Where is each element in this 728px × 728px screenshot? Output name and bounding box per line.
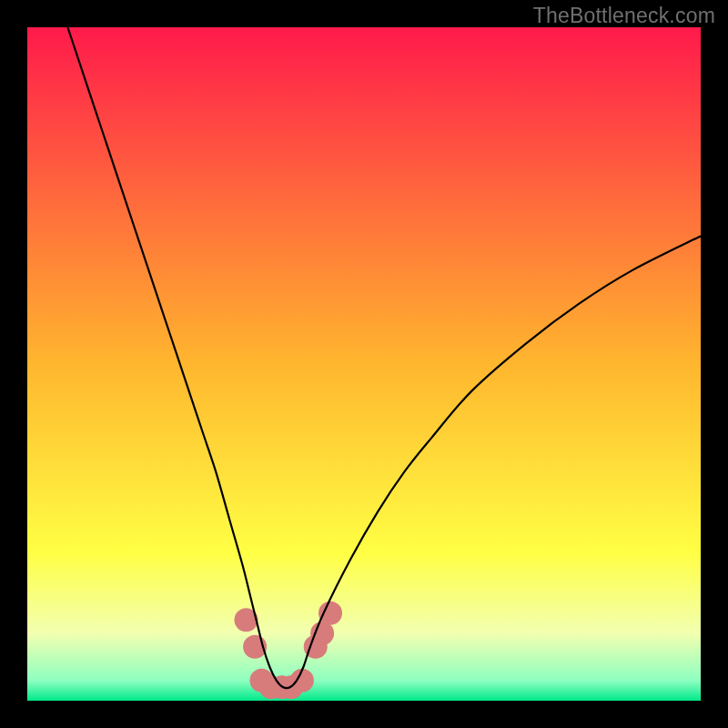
marker-dot [310, 622, 334, 645]
marker-dot [318, 602, 342, 625]
watermark-text: TheBottleneck.com [533, 4, 715, 28]
chart-frame: TheBottleneck.com [0, 0, 728, 728]
plot-area [27, 27, 701, 701]
gradient-background [27, 27, 701, 701]
chart-svg [27, 27, 701, 701]
